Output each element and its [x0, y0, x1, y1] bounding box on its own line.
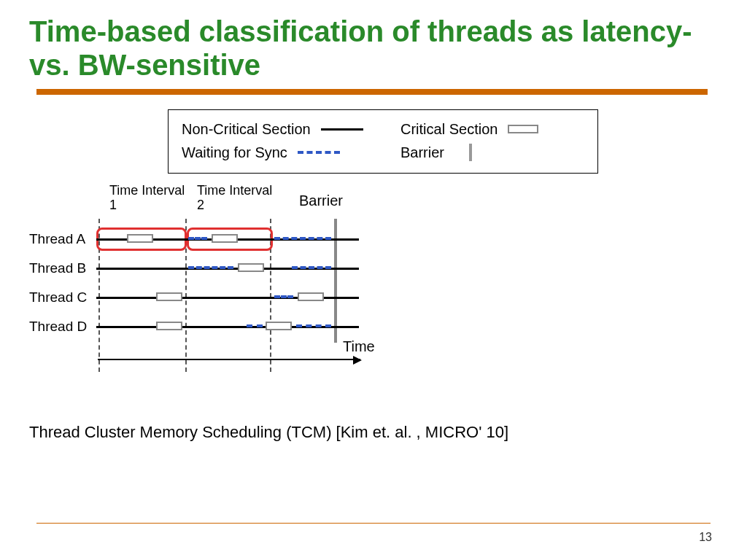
threads: Thread A Thread B Thread C — [29, 225, 359, 341]
page-number: 13 — [699, 531, 712, 544]
crit-segment — [156, 322, 182, 330]
thread-a-label: Thread A — [29, 231, 96, 247]
legend-row-2: Waiting for Sync Barrier — [182, 141, 584, 164]
legend-barrier-label: Barrier — [400, 144, 444, 161]
wait-segment — [188, 266, 233, 269]
crit-segment — [212, 234, 238, 243]
barrier-label: Barrier — [299, 192, 343, 209]
legend-waiting-label: Waiting for Sync — [182, 144, 287, 161]
time-axis-arrow — [98, 359, 360, 360]
legend-critical-label: Critical Section — [400, 121, 498, 138]
thread-row-c: Thread C — [29, 283, 359, 312]
crit-segment — [156, 292, 182, 301]
thread-row-d: Thread D — [29, 312, 359, 341]
wait-segment — [274, 237, 331, 240]
slide: Time-based classification of threads as … — [0, 0, 747, 560]
time-axis-label: Time — [343, 338, 375, 355]
footnote: Thread Cluster Memory Scheduling (TCM) [… — [29, 423, 508, 442]
interval-labels: Time Interval 1 Time Interval 2 — [109, 184, 277, 213]
slide-title: Time-based classification of threads as … — [29, 15, 718, 82]
dash-icon — [298, 151, 340, 154]
legend-noncritical: Non-Critical Section — [182, 121, 400, 138]
crit-segment — [298, 292, 324, 301]
crit-segment — [127, 234, 153, 243]
thread-d-label: Thread D — [29, 319, 96, 335]
timeline-diagram: Time Interval 1 Time Interval 2 Barrier … — [29, 184, 554, 432]
legend-barrier: Barrier — [400, 144, 583, 161]
wait-segment — [274, 295, 293, 298]
interval-2-label: Time Interval 2 — [197, 184, 277, 213]
line-solid-icon — [321, 128, 363, 131]
wait-segment — [247, 324, 263, 327]
legend-waiting: Waiting for Sync — [182, 144, 400, 161]
wait-segment — [188, 237, 207, 240]
legend-critical: Critical Section — [400, 121, 583, 138]
thread-row-b: Thread B — [29, 254, 359, 283]
crit-segment — [266, 322, 292, 330]
interval-1-label: Time Interval 1 — [109, 184, 190, 213]
barrier-icon — [469, 144, 472, 161]
crit-segment — [238, 263, 264, 272]
thread-c-timeline — [96, 297, 359, 299]
wait-segment — [292, 266, 331, 269]
legend-noncritical-label: Non-Critical Section — [182, 121, 311, 138]
title-underline — [36, 89, 708, 95]
thread-d-timeline — [96, 326, 359, 328]
thread-row-a: Thread A — [29, 225, 359, 254]
rect-icon — [508, 125, 538, 133]
legend-row-1: Non-Critical Section Critical Section — [182, 117, 584, 141]
thread-b-label: Thread B — [29, 260, 96, 276]
footer-rule — [36, 523, 711, 524]
thread-b-timeline — [96, 268, 359, 270]
legend-box: Non-Critical Section Critical Section Wa… — [168, 109, 598, 174]
wait-segment — [296, 324, 331, 327]
thread-c-label: Thread C — [29, 289, 96, 306]
thread-a-timeline — [96, 238, 359, 241]
